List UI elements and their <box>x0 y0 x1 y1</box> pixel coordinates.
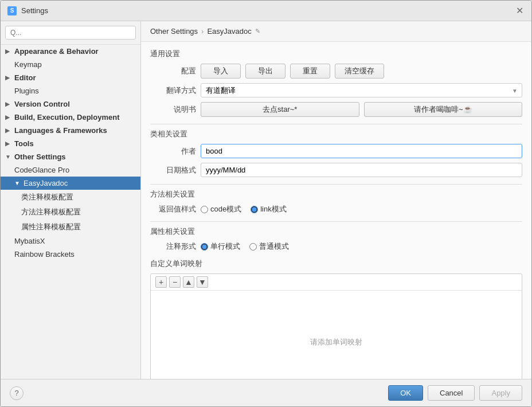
sidebar-item-label: 方法注释模板配置 <box>21 207 81 217</box>
date-input[interactable] <box>201 163 522 177</box>
edit-icon[interactable]: ✎ <box>255 28 263 36</box>
field-settings-title: 属性相关设置 <box>150 226 522 237</box>
chevron-right-icon: ▶ <box>5 127 12 134</box>
sidebar-item-method-template[interactable]: 方法注释模板配置 <box>1 205 140 220</box>
cancel-button[interactable]: Cancel <box>428 385 475 401</box>
sidebar-item-class-template[interactable]: 类注释模板配置 <box>1 190 140 205</box>
date-row: 日期格式 <box>150 163 522 177</box>
sidebar-item-mybatis[interactable]: MybatisX <box>1 234 140 248</box>
sidebar: ▶ Appearance & Behavior Keymap ▶ Editor … <box>1 21 141 379</box>
footer: ? OK Cancel Apply <box>1 379 531 406</box>
code-mode-radio[interactable] <box>201 206 208 213</box>
return-style-radio-group: code模式 link模式 <box>201 204 522 214</box>
main-content: ▶ Appearance & Behavior Keymap ▶ Editor … <box>1 21 531 379</box>
sidebar-item-label: Appearance & Behavior <box>14 47 99 56</box>
link-mode-option[interactable]: link模式 <box>251 204 287 214</box>
close-button[interactable]: ✕ <box>514 6 525 16</box>
search-box <box>1 21 140 45</box>
return-style-row: 返回值样式 code模式 link模式 <box>150 204 522 214</box>
general-settings-section: 通用设置 配置 导入 导出 重置 清空缓存 翻译方式 <box>150 49 522 117</box>
normal-mode-label: 普通模式 <box>259 241 289 252</box>
coffee-button[interactable]: 请作者喝咖啡~☕ <box>364 102 523 117</box>
star-button[interactable]: 去点star~* <box>201 102 359 117</box>
class-settings-title: 类相关设置 <box>150 129 522 139</box>
mapping-toolbar: + − ▲ ▼ <box>151 274 522 291</box>
code-mode-label: code模式 <box>210 204 241 214</box>
normal-mode-radio[interactable] <box>249 243 257 251</box>
sidebar-item-easyjavadoc[interactable]: ▼ EasyJavadoc <box>1 177 140 190</box>
code-mode-option[interactable]: code模式 <box>201 204 241 214</box>
separator-3 <box>150 221 522 222</box>
sidebar-item-field-template[interactable]: 属性注释模板配置 <box>1 220 140 234</box>
method-settings-section: 方法相关设置 返回值样式 code模式 link模式 <box>150 189 522 214</box>
clear-cache-button[interactable]: 清空缓存 <box>335 64 384 79</box>
comment-style-row: 注释形式 单行模式 普通模式 <box>150 241 522 252</box>
sidebar-item-appearance[interactable]: ▶ Appearance & Behavior <box>1 45 140 58</box>
sidebar-item-label: Plugins <box>14 87 39 95</box>
single-line-label: 单行模式 <box>210 241 240 252</box>
author-input[interactable] <box>201 144 522 158</box>
move-up-button[interactable]: ▲ <box>183 276 194 288</box>
sidebar-item-label: Languages & Frameworks <box>14 126 107 135</box>
date-label: 日期格式 <box>150 165 196 175</box>
move-down-button[interactable]: ▼ <box>197 276 208 288</box>
method-settings-title: 方法相关设置 <box>150 189 522 199</box>
apply-button[interactable]: Apply <box>479 385 522 401</box>
mapping-empty-text: 请添加单词映射 <box>151 291 522 379</box>
breadcrumb-separator: › <box>201 27 204 36</box>
config-row: 配置 导入 导出 重置 清空缓存 <box>150 64 522 79</box>
comment-style-radio-group: 单行模式 普通模式 <box>201 241 522 252</box>
add-mapping-button[interactable]: + <box>155 276 167 288</box>
chevron-right-icon: ▶ <box>5 101 12 107</box>
sidebar-item-label: Build, Execution, Deployment <box>14 113 119 122</box>
search-input[interactable] <box>5 26 136 40</box>
import-button[interactable]: 导入 <box>201 64 241 79</box>
config-label: 配置 <box>150 66 196 76</box>
sidebar-item-editor[interactable]: ▶ Editor <box>1 71 140 84</box>
link-mode-label: link模式 <box>260 204 287 214</box>
translation-select[interactable]: 有道翻译 百度翻译 谷歌翻译 <box>201 83 522 97</box>
sidebar-item-rainbow[interactable]: Rainbow Brackets <box>1 248 140 261</box>
manual-label: 说明书 <box>150 104 196 115</box>
class-settings-section: 类相关设置 作者 日期格式 <box>150 129 522 177</box>
sidebar-item-plugins[interactable]: Plugins <box>1 84 140 97</box>
window-title: Settings <box>21 6 48 15</box>
translation-label: 翻译方式 <box>150 85 196 96</box>
sidebar-item-label: Editor <box>14 73 36 82</box>
breadcrumb: Other Settings › EasyJavadoc ✎ <box>141 21 531 42</box>
chevron-right-icon: ▶ <box>5 75 12 81</box>
chevron-down-icon: ▼ <box>5 154 12 160</box>
export-button[interactable]: 导出 <box>245 64 285 79</box>
sidebar-item-version-control[interactable]: ▶ Version Control <box>1 97 140 111</box>
separator-1 <box>150 124 522 124</box>
settings-dialog: S Settings ✕ ▶ Appearance & Behavior Key… <box>0 0 532 407</box>
single-line-radio[interactable] <box>201 243 208 251</box>
sidebar-item-label: 类注释模板配置 <box>21 192 73 202</box>
sidebar-item-other-settings[interactable]: ▼ Other Settings <box>1 150 140 163</box>
separator-2 <box>150 184 522 185</box>
remove-mapping-button[interactable]: − <box>169 276 181 288</box>
breadcrumb-parent: Other Settings <box>150 27 198 36</box>
normal-mode-option[interactable]: 普通模式 <box>249 241 289 252</box>
app-icon: S <box>7 6 17 15</box>
sidebar-item-tools[interactable]: ▶ Tools <box>1 137 140 150</box>
config-btn-group: 导入 导出 重置 清空缓存 <box>201 64 522 79</box>
sidebar-item-label: CodeGlance Pro <box>14 166 69 174</box>
sidebar-item-codeglance[interactable]: CodeGlance Pro <box>1 163 140 177</box>
help-button[interactable]: ? <box>10 386 24 400</box>
link-mode-radio[interactable] <box>251 206 258 213</box>
chevron-right-icon: ▶ <box>5 140 12 147</box>
mapping-settings-title: 自定义单词映射 <box>150 259 522 269</box>
single-line-option[interactable]: 单行模式 <box>201 241 240 252</box>
mapping-section: + − ▲ ▼ 请添加单词映射 <box>150 273 522 379</box>
sidebar-item-keymap[interactable]: Keymap <box>1 58 140 71</box>
reset-button[interactable]: 重置 <box>290 64 330 79</box>
return-style-label: 返回值样式 <box>150 204 196 214</box>
sidebar-item-build[interactable]: ▶ Build, Execution, Deployment <box>1 111 140 124</box>
chevron-right-icon: ▶ <box>5 48 12 54</box>
author-row: 作者 <box>150 144 522 158</box>
ok-button[interactable]: OK <box>388 385 423 401</box>
sidebar-item-languages[interactable]: ▶ Languages & Frameworks <box>1 124 140 137</box>
general-settings-title: 通用设置 <box>150 49 522 59</box>
sidebar-item-label: Tools <box>14 139 34 148</box>
